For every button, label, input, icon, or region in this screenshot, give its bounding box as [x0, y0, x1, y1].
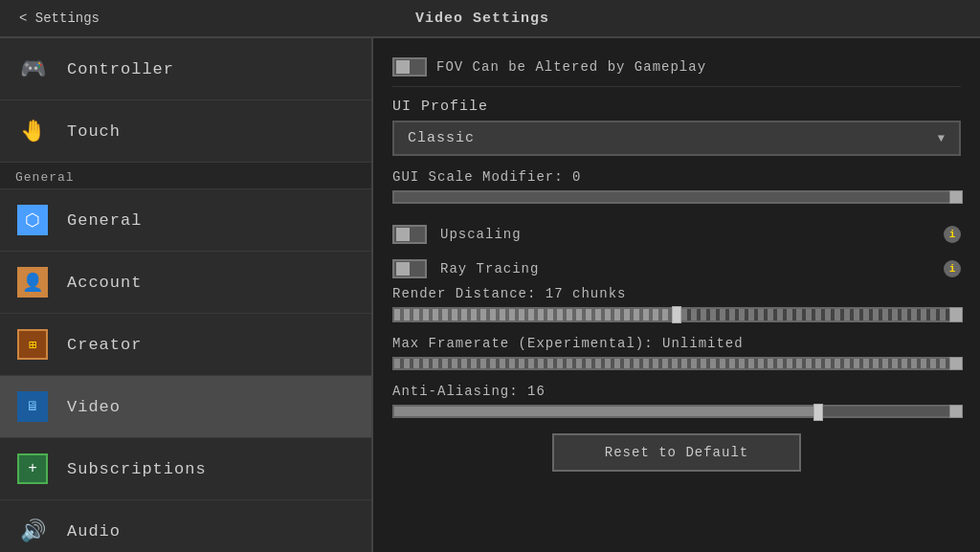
touch-icon: 🤚 [15, 114, 50, 148]
anti-aliasing-scrollbar[interactable] [949, 405, 963, 418]
sidebar-item-audio[interactable]: 🔊 Audio [0, 500, 371, 552]
dropdown-arrow-icon: ▼ [938, 132, 946, 145]
ui-profile-value: Classic [408, 130, 475, 146]
gui-scale-slider-wrapper [392, 190, 961, 204]
max-framerate-section: Max Framerate (Experimental): Unlimited [392, 336, 961, 370]
ray-tracing-label: Ray Tracing [440, 261, 539, 276]
ray-tracing-row: Ray Tracing i [392, 252, 961, 286]
anti-aliasing-label: Anti-Aliasing: 16 [392, 384, 961, 399]
render-distance-section: Render Distance: 17 chunks [392, 286, 961, 322]
sidebar-audio-label: Audio [67, 522, 121, 541]
back-label: < Settings [19, 11, 100, 26]
max-framerate-slider[interactable] [392, 357, 961, 370]
fov-toggle[interactable] [392, 57, 427, 77]
content-panel: FOV Can be Altered by Gameplay UI Profil… [373, 38, 980, 552]
controller-icon: 🎮 [15, 52, 50, 86]
upscaling-label: Upscaling [440, 227, 522, 242]
render-distance-thumb[interactable] [672, 306, 681, 323]
sidebar-item-subscriptions[interactable]: + Subscriptions [0, 438, 371, 500]
main-layout: 🎮 Controller 🤚 Touch General ⬡ General 👤… [0, 38, 980, 552]
upscaling-toggle[interactable] [392, 225, 427, 244]
back-button[interactable]: < Settings [19, 11, 100, 26]
title-bar: < Settings Video Settings [0, 0, 980, 38]
ui-profile-dropdown[interactable]: Classic ▼ [392, 121, 961, 156]
fov-row: FOV Can be Altered by Gameplay [392, 48, 961, 87]
reset-button[interactable]: Reset to Default [552, 433, 801, 472]
upscaling-info-icon[interactable]: i [944, 226, 961, 243]
render-distance-slider-wrapper [392, 307, 961, 322]
max-framerate-scrollbar[interactable] [949, 357, 963, 370]
ray-tracing-toggle[interactable] [392, 259, 427, 278]
gui-scale-slider[interactable] [392, 190, 961, 204]
sidebar-touch-label: Touch [67, 122, 121, 141]
render-distance-label: Render Distance: 17 chunks [392, 286, 961, 301]
anti-aliasing-thumb[interactable] [813, 404, 823, 421]
subscriptions-icon: + [15, 452, 50, 486]
sidebar-section-general: General [0, 163, 371, 189]
anti-aliasing-section: Anti-Aliasing: 16 [392, 384, 961, 418]
render-distance-scrollbar[interactable] [949, 307, 963, 322]
ui-profile-title: UI Profile [392, 99, 961, 115]
sidebar-item-touch[interactable]: 🤚 Touch [0, 100, 371, 163]
anti-aliasing-slider-wrapper [392, 405, 961, 418]
sidebar-creator-label: Creator [67, 336, 142, 354]
sidebar-subscriptions-label: Subscriptions [67, 460, 207, 478]
sidebar: 🎮 Controller 🤚 Touch General ⬡ General 👤… [0, 38, 373, 552]
gui-scale-section: GUI Scale Modifier: 0 [392, 169, 961, 204]
anti-aliasing-slider[interactable] [392, 405, 961, 418]
page-title: Video Settings [415, 11, 549, 27]
video-icon: 🖥 [15, 389, 50, 424]
sidebar-item-account[interactable]: 👤 Account [0, 252, 371, 314]
gui-scale-label: GUI Scale Modifier: 0 [392, 169, 961, 185]
render-distance-slider[interactable] [392, 307, 961, 322]
sidebar-item-controller[interactable]: 🎮 Controller [0, 38, 371, 100]
sidebar-controller-label: Controller [67, 60, 174, 78]
max-framerate-label: Max Framerate (Experimental): Unlimited [392, 336, 961, 351]
general-icon: ⬡ [15, 203, 50, 237]
creator-icon: ⊞ [15, 327, 50, 362]
upscaling-row: Upscaling i [392, 217, 961, 252]
ray-tracing-info-icon[interactable]: i [944, 260, 961, 277]
fov-label: FOV Can be Altered by Gameplay [436, 59, 706, 75]
sidebar-item-general[interactable]: ⬡ General [0, 189, 371, 252]
account-icon: 👤 [15, 265, 50, 299]
sidebar-item-video[interactable]: 🖥 Video [0, 376, 371, 438]
sidebar-video-label: Video [67, 398, 121, 416]
sidebar-item-creator[interactable]: ⊞ Creator [0, 314, 371, 376]
audio-icon: 🔊 [15, 514, 50, 548]
sidebar-general-label: General [67, 211, 142, 230]
max-framerate-slider-wrapper [392, 357, 961, 370]
gui-scale-scrollbar[interactable] [949, 190, 963, 204]
sidebar-account-label: Account [67, 274, 142, 292]
